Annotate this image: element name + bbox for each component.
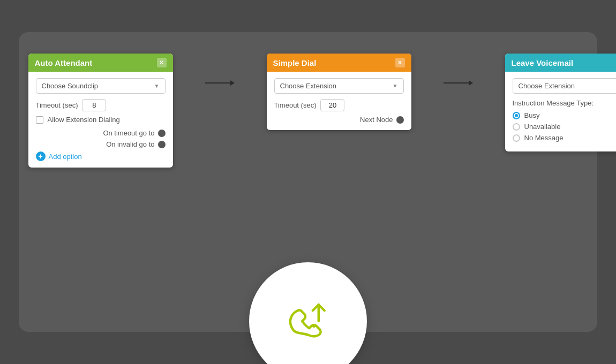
simple-dial-extension-dropdown[interactable]: Choose Extension ▼: [274, 78, 404, 94]
on-invalid-dot[interactable]: [158, 141, 166, 148]
leave-voicemail-title: Leave Voicemail: [512, 58, 574, 67]
connector-2: [444, 80, 473, 86]
radio-no-message-circle[interactable]: [513, 134, 520, 142]
auto-attendant-close[interactable]: ×: [157, 58, 167, 67]
allow-extension-label: Allow Extension Dialing: [48, 116, 120, 124]
simple-timeout-row: Timeout (sec): [274, 99, 404, 111]
leave-voicemail-header: Leave Voicemail ×: [505, 54, 617, 72]
simple-dial-close[interactable]: ×: [395, 58, 405, 67]
phone-icon: [279, 292, 337, 351]
on-timeout-row: On timeout go to: [36, 129, 166, 137]
instruction-message-label: Instruction Message Type:: [513, 99, 617, 107]
radio-unavailable: Unavailable: [513, 123, 617, 131]
on-timeout-dot[interactable]: [158, 130, 166, 137]
voicemail-extension-dropdown[interactable]: Choose Extension ▼: [513, 78, 617, 94]
soundclip-dropdown[interactable]: Choose Soundclip ▼: [36, 78, 166, 94]
simple-timeout-input[interactable]: [320, 99, 344, 111]
conn-arrow-1: [230, 80, 235, 86]
conn-line-2: [444, 82, 469, 84]
leave-voicemail-body: Choose Extension ▼ Instruction Message T…: [505, 72, 617, 151]
radio-unavailable-circle[interactable]: [513, 123, 520, 131]
auto-timeout-input[interactable]: [82, 99, 106, 111]
add-option-btn[interactable]: + Add option: [36, 151, 166, 161]
on-timeout-label: On timeout go to: [103, 129, 154, 137]
simple-dial-card: Simple Dial × Choose Extension ▼ Timeout…: [267, 54, 411, 130]
next-node-row: Next Node: [274, 116, 404, 124]
allow-extension-checkbox[interactable]: [36, 116, 43, 124]
allow-extension-row: Allow Extension Dialing: [36, 116, 166, 124]
on-invalid-row: On invalid go to: [36, 140, 166, 148]
add-option-label: Add option: [49, 153, 82, 161]
soundclip-dropdown-arrow: ▼: [154, 83, 160, 89]
add-circle-icon: +: [36, 151, 46, 161]
main-container: Auto Attendant × Choose Soundclip ▼ Time…: [19, 32, 597, 332]
auto-attendant-title: Auto Attendant: [35, 58, 93, 67]
simple-dial-header: Simple Dial ×: [267, 54, 411, 72]
conn-line-1: [205, 82, 230, 84]
radio-unavailable-label: Unavailable: [524, 123, 561, 131]
leave-voicemail-card: Leave Voicemail × Choose Extension ▼ Ins…: [505, 54, 617, 151]
radio-busy: Busy: [513, 111, 617, 119]
on-invalid-label: On invalid go to: [106, 140, 154, 148]
svg-point-3: [312, 324, 316, 328]
next-node-dot[interactable]: [396, 116, 404, 124]
simple-dial-dropdown-arrow: ▼: [393, 83, 398, 89]
radio-busy-circle[interactable]: [513, 112, 520, 119]
conn-arrow-2: [469, 80, 473, 86]
simple-timeout-label: Timeout (sec): [274, 101, 317, 109]
radio-no-message-label: No Message: [524, 134, 564, 142]
auto-attendant-card: Auto Attendant × Choose Soundclip ▼ Time…: [28, 54, 173, 168]
simple-dial-title: Simple Dial: [273, 58, 317, 67]
simple-dial-body: Choose Extension ▼ Timeout (sec) Next No…: [267, 72, 411, 130]
auto-timeout-row: Timeout (sec): [36, 99, 166, 111]
connector-1: [205, 80, 235, 86]
auto-attendant-body: Choose Soundclip ▼ Timeout (sec) Allow E…: [28, 72, 173, 168]
phone-circle: [249, 262, 367, 364]
radio-busy-label: Busy: [524, 111, 540, 119]
radio-no-message: No Message: [513, 134, 617, 142]
auto-timeout-label: Timeout (sec): [36, 101, 78, 109]
nodes-wrapper: Auto Attendant × Choose Soundclip ▼ Time…: [0, 54, 616, 168]
next-node-label: Next Node: [360, 116, 393, 124]
auto-attendant-header: Auto Attendant ×: [28, 54, 173, 72]
